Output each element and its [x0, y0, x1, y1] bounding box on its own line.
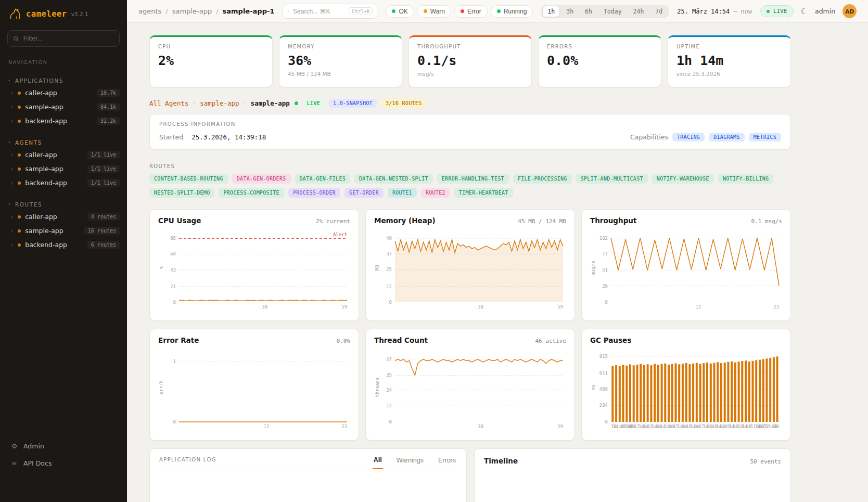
moon-icon: ☾ — [801, 7, 808, 16]
route-chip-error-handling-test[interactable]: ERROR-HANDLING-TEST — [437, 174, 509, 184]
time-range-6h[interactable]: 6h — [580, 6, 597, 17]
process-information-card: PROCESS INFORMATION Started 25.3.2026, 1… — [149, 114, 791, 150]
dashboard-content: CPU2%MEMORY36%45 MB / 124 MBTHROUGHPUT0.… — [127, 23, 868, 502]
route-chip-data-gen-files[interactable]: DATA-GEN-FILES — [295, 174, 351, 184]
search-icon — [287, 8, 289, 15]
sidebar-group-header-routes[interactable]: ▾ROUTES — [0, 199, 127, 210]
sidebar-footer-item-admin[interactable]: ⚙Admin — [9, 437, 118, 455]
sidebar-item-caller-app[interactable]: ›caller-app4 routes — [0, 210, 127, 224]
route-chip-route2[interactable]: ROUTE2 — [421, 188, 450, 198]
svg-text:43: 43 — [170, 267, 176, 273]
sidebar-item-sample-app[interactable]: ›sample-app1/1 live — [0, 162, 127, 176]
sidebar-footer-item-api-docs[interactable]: ≡API Docs — [9, 455, 118, 472]
sidebar-item-badge: 1/1 live — [87, 179, 120, 187]
breadcrumb-item-agents[interactable]: agents — [138, 7, 161, 15]
status-filter-group: OKWarnErrorRunning — [386, 5, 533, 18]
route-chip-timer-heartbeat[interactable]: TIMER-HEARTBEAT — [454, 188, 513, 198]
route-chip-notify-billing[interactable]: NOTIFY-BILLING — [718, 174, 774, 184]
sidebar-item-badge: 10.7k — [97, 89, 120, 97]
date-range-display[interactable]: 25. März 14:54 — now — [677, 8, 752, 15]
sidebar-item-caller-app[interactable]: ›caller-app1/1 live — [0, 148, 127, 162]
route-chip-notify-warehouse[interactable]: NOTIFY-WAREHOUSE — [652, 174, 714, 184]
route-chip-process-order[interactable]: PROCESS-ORDER — [288, 188, 340, 198]
route-chip-nested-split-demo[interactable]: NESTED-SPLIT-DEMO — [149, 188, 214, 198]
svg-text:30: 30 — [262, 304, 267, 310]
route-chip-split-and-multicast[interactable]: SPLIT-AND-MULTICAST — [576, 174, 648, 184]
sidebar-item-label: backend-app — [25, 117, 93, 125]
chart-plot-cpu-usage: 021436485%3059Alert — [158, 227, 351, 310]
top-bar: agents/sample-app/sample-app-1 Ctrl+K OK… — [127, 0, 868, 23]
svg-text:408: 408 — [599, 387, 608, 392]
svg-text:49: 49 — [386, 236, 392, 241]
sidebar-filter-input[interactable] — [23, 35, 114, 42]
capabilities-label: Capabilities — [630, 133, 668, 141]
avatar[interactable]: AD — [843, 4, 857, 18]
status-filter-running[interactable]: Running — [491, 5, 533, 18]
sidebar-item-backend-app[interactable]: ›backend-app6 routes — [0, 238, 127, 252]
sidebar-item-caller-app[interactable]: ›caller-app10.7k — [0, 86, 127, 100]
item-status-dot — [18, 243, 21, 247]
agent-breadcrumb-link-sample-app[interactable]: sample-app — [200, 99, 239, 107]
chart-header: Thread Count46 active — [374, 336, 566, 344]
breadcrumb: agents/sample-app/sample-app-1 — [138, 7, 274, 15]
stat-card-label: ERRORS — [547, 44, 653, 49]
timeline-events-count: 50 events — [750, 458, 781, 465]
chart-plot-gc-pauses: 0204408611815ms14:40:0014:41:0014:42:001… — [590, 346, 783, 430]
time-range-1h[interactable]: 1h — [542, 6, 560, 17]
chart-current-value: 2% current — [316, 218, 350, 225]
live-toggle[interactable]: LIVE — [760, 5, 794, 17]
time-range-3h[interactable]: 3h — [561, 6, 579, 17]
status-filter-ok[interactable]: OK — [386, 5, 414, 18]
breadcrumb-item-sample-app-1[interactable]: sample-app-1 — [223, 7, 275, 15]
breadcrumb-item-sample-app[interactable]: sample-app — [172, 7, 212, 15]
sidebar-group-header-applications[interactable]: ▾APPLICATIONS — [0, 75, 127, 86]
route-chip-content-based-routing[interactable]: CONTENT-BASED-ROUTING — [149, 174, 228, 184]
sidebar-group-label: AGENTS — [15, 139, 42, 146]
app-root: cameleer v3.2.1 NAVIGATION ▾APPLICATIONS… — [0, 0, 868, 502]
chevron-right-icon: › — [11, 241, 14, 248]
time-range-today[interactable]: Today — [598, 6, 627, 17]
status-filter-error[interactable]: Error — [454, 5, 488, 18]
search-input[interactable] — [293, 8, 345, 15]
status-filter-warn[interactable]: Warn — [417, 5, 451, 18]
log-tab-all[interactable]: All — [373, 456, 383, 469]
route-chip-data-gen-nested-split[interactable]: DATA-GEN-NESTED-SPLIT — [354, 174, 433, 184]
gear-icon: ⚙ — [10, 442, 18, 450]
route-chip-route1[interactable]: ROUTE1 — [388, 188, 417, 198]
stat-card-value: 0.1/s — [417, 53, 523, 68]
status-filter-label: Warn — [430, 8, 445, 15]
time-range-7d[interactable]: 7d — [650, 6, 668, 17]
log-tab-errors[interactable]: Errors — [437, 456, 457, 469]
sidebar-group-header-agents[interactable]: ▾AGENTS — [0, 137, 127, 148]
stat-card-subtext: 45 MB / 124 MB — [288, 71, 393, 77]
global-search[interactable]: Ctrl+K — [283, 4, 377, 19]
range-end-label: now — [741, 8, 752, 15]
svg-text:12: 12 — [386, 284, 392, 289]
time-range-24h[interactable]: 24h — [628, 6, 649, 17]
stat-card-value: 1h 14m — [676, 53, 782, 68]
app-logo[interactable]: cameleer v3.2.1 — [0, 0, 127, 25]
chart-card-error-rate: Error Rate0.0%01err/h1223 — [149, 329, 359, 441]
sidebar-item-sample-app[interactable]: ›sample-app84.1k — [0, 100, 127, 114]
chart-plot-throughput: 0265177102msg/s1223 — [590, 227, 783, 310]
sidebar-item-backend-app[interactable]: ›backend-app1/1 live — [0, 176, 127, 190]
svg-text:85: 85 — [170, 236, 176, 241]
log-tab-warnings[interactable]: Warnings — [395, 456, 425, 469]
chart-plot-error-rate: 01err/h1223 — [158, 346, 351, 430]
sidebar-group-label: ROUTES — [15, 201, 42, 208]
route-chip-file-processing[interactable]: FILE-PROCESSING — [513, 174, 572, 184]
process-info-title: PROCESS INFORMATION — [159, 121, 781, 127]
agent-live-dot — [295, 101, 298, 105]
chart-header: Error Rate0.0% — [158, 336, 350, 344]
route-chip-data-gen-orders[interactable]: DATA-GEN-ORDERS — [232, 174, 291, 184]
sidebar-item-backend-app[interactable]: ›backend-app32.2k — [0, 114, 127, 128]
dark-mode-toggle[interactable]: ☾ — [801, 7, 808, 15]
route-chip-process-composite[interactable]: PROCESS-COMPOSITE — [219, 188, 284, 198]
sidebar-item-sample-app[interactable]: ›sample-app16 routes — [0, 224, 127, 238]
sidebar-filter[interactable] — [7, 30, 120, 47]
chevron-down-icon: ▾ — [8, 79, 11, 83]
stat-card-throughput: THROUGHPUT0.1/smsg/s — [409, 35, 532, 87]
agent-breadcrumb-link-all-agents[interactable]: All Agents — [149, 99, 188, 107]
route-chip-get-order[interactable]: GET-ORDER — [344, 188, 384, 198]
sidebar-group-agents: ▾AGENTS›caller-app1/1 live›sample-app1/1… — [0, 137, 127, 190]
